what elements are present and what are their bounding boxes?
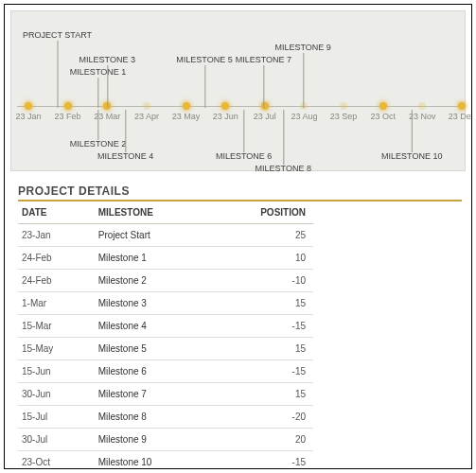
cell-position: -15 [213,360,313,383]
event-label: MILESTONE 7 [236,55,291,64]
table-row: 15-MayMilestone 515 [18,338,313,360]
cell-milestone: Milestone 5 [95,338,213,360]
cell-date: 30-Jun [18,383,95,406]
col-milestone: MILESTONE [95,201,213,224]
cell-position: -15 [213,451,313,470]
tick-dot-icon [183,102,190,110]
cell-date: 15-Mar [18,315,95,338]
cell-milestone: Milestone 1 [95,247,213,270]
timeline-event: MILESTONE 3 [79,56,135,65]
cell-position: -15 [213,315,313,338]
event-label: MILESTONE 10 [381,152,442,162]
timeline-event: MILESTONE 8 [256,165,311,174]
col-position: POSITION [213,201,313,224]
event-stem [126,110,127,152]
tick-dot-icon [458,102,466,110]
cell-date: 15-Jun [18,360,95,383]
axis-tick: 23 Jul [244,106,286,121]
tick-dot-icon [64,102,72,110]
tick-label: 23 Feb [55,112,81,121]
event-label: MILESTONE 3 [79,55,135,64]
axis-tick: 23 May [166,106,207,121]
timeline-event: MILESTONE 1 [70,68,126,78]
event-label: MILESTONE 4 [97,152,153,162]
timeline-event: MILESTONE 10 [381,152,442,162]
axis-tick: 23 Sep [323,106,364,121]
details-table: DATE MILESTONE POSITION 23-JanProject St… [18,201,313,469]
event-stem [204,65,205,108]
cell-date: 24-Feb [18,270,95,292]
tick-label: 23 Jan [15,112,41,121]
timeline-event: MILESTONE 6 [216,152,272,162]
event-label: MILESTONE 1 [70,67,126,77]
timeline-event: MILESTONE 5 [176,56,232,65]
cell-position: 15 [213,383,313,406]
table-row: 23-OctMilestone 10-15 [18,451,313,470]
cell-milestone: Milestone 7 [95,383,213,406]
tick-label: 23 Dec [449,112,472,121]
cell-position: 20 [213,429,313,451]
timeline-event: MILESTONE 7 [236,56,291,65]
timeline-panel: 23 Jan23 Feb23 Mar23 Apr23 May23 Jun23 J… [10,10,466,171]
tick-dot-icon [300,102,308,110]
timeline-event: MILESTONE 2 [70,140,126,149]
tick-dot-icon [221,102,229,110]
cell-milestone: Milestone 10 [95,451,213,470]
cell-date: 15-Jul [18,406,95,429]
tick-dot-icon [379,102,387,110]
event-label: MILESTONE 8 [256,165,311,174]
cell-milestone: Milestone 8 [95,406,213,429]
axis-tick: 23 Mar [86,106,128,121]
axis-tick: 23 Jan [8,106,49,121]
app-frame: 23 Jan23 Feb23 Mar23 Apr23 May23 Jun23 J… [4,4,472,469]
axis-tick: 23 Apr [126,106,167,121]
cell-milestone: Milestone 6 [95,360,213,383]
axis-tick: 23 Jun [204,106,246,121]
table-row: 30-JulMilestone 920 [18,429,313,451]
event-label: MILESTONE 2 [70,140,126,149]
cell-date: 23-Jan [18,224,95,247]
cell-date: 1-Mar [18,292,95,315]
axis-tick: 23 Dec [441,106,472,121]
event-stem [107,65,108,108]
table-row: 24-FebMilestone 2-10 [18,270,313,292]
table-row: 23-JanProject Start25 [18,224,313,247]
event-label: MILESTONE 6 [216,152,272,162]
tick-dot-icon [25,102,32,110]
timeline-event: MILESTONE 9 [274,44,330,53]
table-row: 1-MarMilestone 315 [18,292,313,315]
tick-label: 23 Aug [291,112,317,121]
timeline-event: PROJECT START [23,31,92,41]
col-date: DATE [18,201,95,224]
project-details-section: PROJECT DETAILS DATE MILESTONE POSITION … [5,171,471,469]
tick-label: 23 Oct [370,112,396,121]
event-stem [412,110,413,152]
tick-label: 23 Nov [409,112,436,121]
event-stem [98,110,99,140]
event-stem [283,110,284,165]
event-label: PROJECT END [471,55,472,64]
cell-date: 24-Feb [18,247,95,270]
tick-label: 23 Sep [330,112,358,121]
tick-dot-icon [261,102,269,110]
tick-label: 23 Jul [254,112,276,121]
tick-label: 23 Apr [134,112,159,121]
event-label: MILESTONE 5 [176,55,232,64]
cell-milestone: Milestone 3 [95,292,213,315]
cell-position: 10 [213,247,313,270]
event-label: MILESTONE 9 [274,43,330,52]
event-stem [303,53,304,108]
axis-tick: 23 Oct [362,106,404,121]
event-stem [263,65,264,108]
tick-dot-icon [418,102,426,110]
event-stem [58,41,59,108]
axis-tick: 23 Feb [47,106,89,121]
tick-dot-icon [340,102,347,110]
cell-position: -20 [213,406,313,429]
event-stem [244,110,245,152]
tick-label: 23 Jun [213,112,238,121]
event-stem [98,78,99,108]
table-row: 15-JunMilestone 6-15 [18,360,313,383]
table-row: 30-JunMilestone 715 [18,383,313,406]
tick-dot-icon [143,102,150,110]
